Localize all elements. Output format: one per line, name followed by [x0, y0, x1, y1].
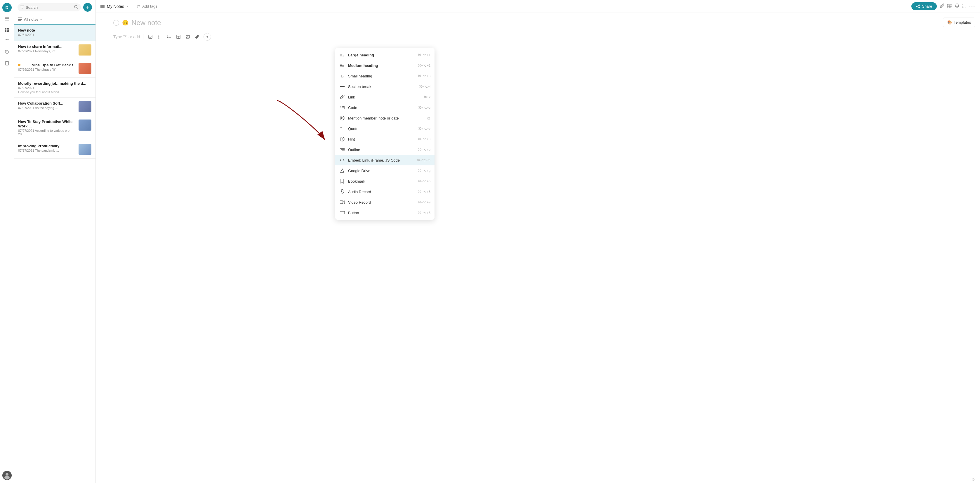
attachment-button[interactable] [193, 33, 201, 41]
checkbox-button[interactable] [146, 33, 154, 41]
svg-rect-39 [186, 35, 189, 38]
menu-item-shortcut: ⌘+⌥+u [418, 137, 430, 141]
all-notes-tab[interactable]: All notes ▾ [14, 14, 95, 24]
share-label: Share [922, 4, 932, 8]
svg-point-40 [186, 36, 188, 37]
svg-rect-47 [340, 106, 341, 107]
toolbar-dropdown-button[interactable]: ▾ [204, 33, 211, 41]
note-title-placeholder[interactable]: New note [131, 19, 161, 27]
add-note-button[interactable]: + [83, 3, 92, 12]
note-item-header: New note [18, 28, 91, 32]
menu-icon[interactable] [2, 14, 12, 23]
menu-item[interactable]: H₃ Small heading ⌘+⌥+3 [335, 71, 434, 81]
note-date: 07/29/2021 Nowadays, inf... [18, 49, 76, 53]
search-input[interactable] [26, 5, 72, 10]
grid-icon[interactable] [2, 25, 12, 35]
search-box[interactable] [18, 3, 81, 11]
menu-item-label: Small heading [348, 74, 372, 78]
menu-item-shortcut: ⌘+⌥+2 [418, 64, 430, 67]
svg-text:H₂: H₂ [340, 64, 344, 67]
menu-item[interactable]: " Quote ⌘+⌥+y [335, 123, 434, 134]
menu-item-shortcut: ⌘+⌥+m [417, 158, 430, 162]
menu-item[interactable]: H₁ Large heading ⌘+⌥+1 [335, 50, 434, 60]
menu-item[interactable]: Section break ⌘+⌥+l [335, 81, 434, 92]
menu-item-icon [339, 84, 345, 89]
svg-point-54 [341, 117, 343, 119]
status-circle[interactable] [113, 20, 119, 26]
menu-item-left: " Quote [339, 126, 358, 131]
attachment-icon[interactable] [940, 3, 944, 9]
menu-item-icon: H₁ [339, 52, 345, 58]
menu-item-left: Audio Record [339, 189, 371, 194]
list-item[interactable]: New note 07/31/2021 [14, 24, 95, 41]
smiley-icon[interactable]: ☺ [971, 477, 975, 481]
note-date: 07/31/2021 [18, 33, 91, 37]
menu-item-label: Video Record [348, 200, 371, 204]
list-item[interactable]: Improving Productivity ... 07/27/2021 Th… [14, 140, 95, 159]
svg-rect-66 [340, 211, 345, 214]
menu-item-left: Video Record [339, 199, 371, 205]
user-avatar[interactable]: D [2, 3, 12, 12]
menu-item-label: Mention member, note or date [348, 116, 399, 120]
note-thumbnail [78, 63, 91, 74]
menu-item[interactable]: Bookmark ⌘+⌥+b [335, 176, 434, 187]
ordered-list-button[interactable]: 1.2. [156, 33, 164, 41]
share-button[interactable]: Share [912, 2, 937, 10]
image-button[interactable] [184, 33, 192, 41]
trash-icon[interactable] [2, 59, 12, 68]
list-item[interactable]: How Collaboration Soft... 07/27/2021 As … [14, 97, 95, 116]
menu-item[interactable]: H₂ Medium heading ⌘+⌥+2 [335, 60, 434, 71]
svg-point-7 [6, 51, 6, 52]
tag-icon[interactable] [2, 47, 12, 57]
menu-item[interactable]: Audio Record ⌘+⌥+8 [335, 187, 434, 197]
topbar-folder-icon [100, 4, 105, 9]
menu-item[interactable]: Button ⌘+⌥+5 [335, 207, 434, 218]
menu-item[interactable]: Mention member, note or date @ [335, 113, 434, 123]
templates-button[interactable]: 🎨 Templates [943, 18, 975, 27]
svg-point-53 [340, 116, 344, 120]
svg-rect-50 [340, 108, 341, 108]
templates-label: Templates [954, 20, 971, 24]
svg-rect-5 [5, 30, 6, 32]
menu-item-label: Embed: Link, iFrame, JS Code [348, 158, 400, 163]
bell-icon[interactable] [955, 3, 959, 9]
menu-item[interactable]: Video Record ⌘+⌥+9 [335, 197, 434, 207]
more-icon[interactable]: ··· [969, 3, 975, 10]
svg-rect-6 [7, 30, 9, 32]
menu-item[interactable]: Embed: Link, iFrame, JS Code ⌘+⌥+m [335, 155, 434, 166]
unordered-list-button[interactable] [165, 33, 173, 41]
menu-item-shortcut: ⌘+⌥+l [419, 85, 430, 89]
menu-item[interactable]: Hint ⌘+⌥+u [335, 134, 434, 144]
topbar-chevron[interactable]: ▾ [126, 5, 128, 8]
editor-toolbar: Type "/" or add 1.2. ▾ [113, 33, 963, 41]
list-item[interactable]: Nine Tips to Get Back t... 07/29/2021 Th… [14, 59, 95, 78]
type-placeholder[interactable]: Type "/" or add [113, 35, 140, 39]
svg-text:": " [340, 127, 342, 130]
svg-rect-25 [947, 6, 950, 8]
profile-avatar[interactable] [2, 471, 12, 480]
list-item[interactable]: How To Stay Productive While Worki... 07… [14, 116, 95, 140]
list-item[interactable]: How to share informati... 07/29/2021 Now… [14, 41, 95, 59]
note-title: How Collaboration Soft... [18, 101, 64, 105]
svg-rect-15 [18, 18, 22, 18]
folder-icon[interactable] [2, 36, 12, 46]
menu-item[interactable]: Google Drive ⌘+⌥+g [335, 166, 434, 176]
view-toggle-icon[interactable] [947, 4, 952, 9]
menu-item-left: Button [339, 210, 359, 216]
menu-item-label: Link [348, 95, 355, 99]
menu-item[interactable]: Outline ⌘+⌥+o [335, 144, 434, 155]
add-tags-text[interactable]: Add tags [142, 4, 157, 8]
expand-icon[interactable] [962, 4, 966, 9]
menu-item[interactable]: Code ⌘+⌥+c [335, 102, 434, 113]
notes-list-icon [18, 18, 22, 22]
note-emoji[interactable]: 😊 [122, 19, 129, 26]
svg-text:H₃: H₃ [340, 74, 344, 78]
table-button[interactable] [174, 33, 183, 41]
list-item[interactable]: Morally rewarding job: making the d... 0… [14, 78, 95, 97]
menu-item-label: Outline [348, 148, 360, 152]
svg-rect-3 [5, 28, 6, 30]
note-content: How Collaboration Soft... 07/27/2021 As … [18, 101, 76, 110]
menu-item[interactable]: Link ⌘+k [335, 92, 434, 102]
note-date: 07/27/2021 According to various pre-20..… [18, 129, 76, 136]
svg-rect-27 [149, 35, 152, 38]
